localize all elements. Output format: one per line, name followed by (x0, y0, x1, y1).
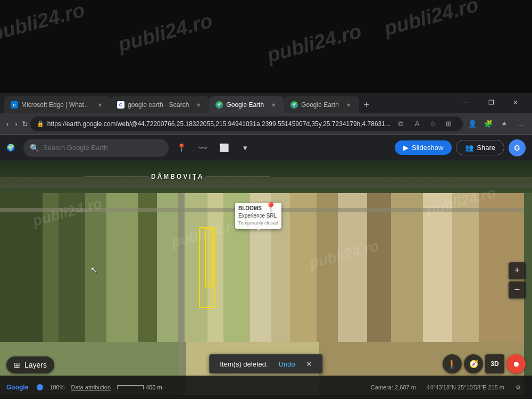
tab-google-earth-2[interactable]: 🌍 Google Earth ✕ (284, 96, 359, 113)
zoom-percent: 100% (49, 384, 64, 390)
record-button[interactable]: ⏺ (506, 354, 526, 373)
blooms-sub: Experience SRL (238, 212, 278, 220)
ge-dropdown-tool[interactable]: ▾ (237, 139, 254, 156)
map-footer: Google 100% Data attribution 400 m Camer… (0, 376, 532, 399)
ge-search-input[interactable] (43, 144, 162, 152)
back-button[interactable]: ‹ (4, 117, 11, 131)
map-area[interactable]: publi24.ro publi24.ro publi24.ro publi24… (0, 161, 532, 399)
split-screen-icon[interactable]: ⧉ (394, 117, 409, 131)
blooms-pin-icon: 📍 (265, 202, 277, 213)
layers-button[interactable]: ⊞ Layers (6, 356, 54, 373)
yellow-polygon (197, 225, 239, 310)
tab-2-close[interactable]: ✕ (194, 101, 203, 109)
scale-label: 400 m (146, 384, 162, 390)
blooms-status: Temporarily closed (238, 220, 278, 227)
google-earth-footer-logo: Google (6, 384, 28, 391)
more-options-icon[interactable]: … (513, 117, 528, 131)
tab-3-label: Google Earth (226, 101, 264, 109)
browser-action-icons: 👤 🧩 ★ … (465, 117, 528, 131)
tab-2-label: google earth - Search (128, 101, 189, 109)
share-button[interactable]: 👥 Share (456, 140, 504, 155)
share-icon: 👥 (465, 144, 473, 152)
favorites-bar-icon[interactable]: ★ (497, 117, 512, 131)
svg-rect-1 (205, 228, 213, 286)
layers-label: Layers (24, 361, 47, 369)
street-view-button[interactable]: 🚶 (443, 354, 462, 373)
notification-close-button[interactable]: ✕ (306, 360, 312, 368)
layers-icon: ⊞ (14, 361, 20, 369)
satellite-map: publi24.ro publi24.ro publi24.ro publi24… (0, 161, 532, 399)
google-earth-toolbar: 🌍 🔍 📍 〰️ ⬜ ▾ ▶ Slideshow 👥 Share G (0, 135, 532, 161)
tab-1-label: Microsoft Edge | What's New (21, 101, 90, 109)
url-actions: ⧉ A ☆ ⊞ (394, 117, 456, 131)
zoom-out-button[interactable]: − (509, 281, 526, 298)
reader-icon[interactable]: A (410, 117, 425, 131)
forward-button[interactable]: › (13, 117, 19, 131)
window-controls: — ❐ ✕ (454, 94, 528, 111)
profile-icon[interactable]: 👤 (465, 117, 480, 131)
ge-pin-tool[interactable]: 📍 (173, 139, 190, 156)
tab-4-label: Google Earth (301, 101, 339, 109)
slideshow-label: Slideshow (412, 144, 443, 152)
ge-search-box[interactable]: 🔍 (23, 139, 169, 157)
watermark-1: publi24.ro (0, 0, 87, 46)
laptop-bezel: publi24.ro publi24.ro publi24.ro publi24… (0, 0, 532, 93)
tab-4-close[interactable]: ✕ (344, 101, 353, 109)
ge-search-icon: 🔍 (30, 144, 39, 152)
camera-info: Camera: 2,607 m (371, 384, 416, 390)
address-bar: ‹ › ↻ 🔒 https://earth.google.com/web/@44… (0, 113, 532, 135)
ge-polygon-tool[interactable]: ⬜ (215, 139, 232, 156)
scale-bar-container: 400 m (117, 384, 162, 390)
slideshow-button[interactable]: ▶ Slideshow (395, 140, 452, 155)
compass-button[interactable]: 🧭 (464, 354, 483, 373)
dambovita-label: DÂMBOVIȚA (85, 173, 270, 180)
extensions-icon[interactable]: 🧩 (481, 117, 496, 131)
collections-icon[interactable]: ⊞ (442, 117, 456, 131)
new-tab-button[interactable]: + (359, 97, 374, 112)
zoom-in-button[interactable]: + (509, 262, 526, 279)
3d-toggle-button[interactable]: 3D (485, 354, 504, 373)
tab-3-close[interactable]: ✕ (269, 101, 278, 109)
watermark-2: publi24.ro (116, 9, 215, 56)
close-button[interactable]: ✕ (503, 94, 528, 111)
zoom-controls: + − (509, 262, 526, 298)
status-deleted-text: Item(s) deleted. (220, 360, 268, 368)
google-logo-circle[interactable] (37, 384, 43, 390)
lock-icon: 🔒 (37, 120, 44, 127)
tab-microsoft-edge[interactable]: e Microsoft Edge | What's New ✕ (4, 96, 111, 113)
ge-logo: 🌍 (6, 144, 15, 152)
map-settings-icon[interactable]: ⚙ (511, 380, 526, 395)
tab-1-close[interactable]: ✕ (96, 101, 104, 109)
minimize-button[interactable]: — (454, 94, 479, 111)
url-text: https://earth.google.com/web/@44.7220076… (47, 120, 390, 128)
data-attribution-link[interactable]: Data attribution (71, 384, 111, 390)
tab-google-search[interactable]: G google earth - Search ✕ (111, 96, 209, 113)
slideshow-icon: ▶ (403, 144, 409, 152)
watermark-4: publi24.ro (382, 0, 481, 40)
user-avatar[interactable]: G (509, 139, 526, 156)
tab-bar: e Microsoft Edge | What's New ✕ G google… (0, 93, 532, 113)
ge-path-tool[interactable]: 〰️ (194, 139, 211, 156)
maximize-button[interactable]: ❐ (479, 94, 503, 111)
favorites-icon[interactable]: ☆ (426, 117, 440, 131)
share-label: Share (477, 144, 495, 152)
undo-button[interactable]: Undo (279, 360, 295, 368)
browser-window: e Microsoft Edge | What's New ✕ G google… (0, 93, 532, 399)
status-notification: Item(s) deleted. Undo ✕ (209, 354, 322, 373)
scale-bar (117, 385, 144, 389)
tab-google-earth-1[interactable]: 🌍 Google Earth ✕ (209, 96, 284, 113)
reload-button[interactable]: ↻ (22, 117, 28, 131)
coordinates: 44°43'18"N 25°10'58"E 215 m (427, 384, 504, 390)
url-bar[interactable]: 🔒 https://earth.google.com/web/@44.72200… (30, 117, 463, 131)
watermark-3: publi24.ro (265, 20, 364, 67)
map-3d-controls: 🚶 🧭 3D ⏺ (443, 354, 526, 373)
